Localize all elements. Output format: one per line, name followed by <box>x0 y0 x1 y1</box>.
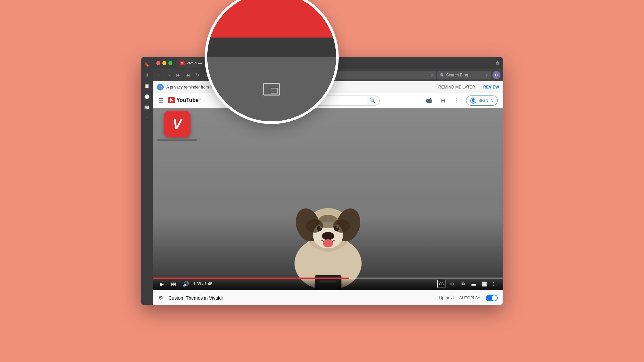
vivaldi-v-letter: V <box>173 117 182 132</box>
svg-point-5 <box>322 232 334 240</box>
browser-window: 🔖 ⬇ 📋 🕐 📰 + V Vivaldi — The browser tha … <box>141 57 503 305</box>
yt-logo[interactable]: YouTubeIS <box>168 97 202 103</box>
skip-next-button[interactable]: ⏭ <box>169 279 178 289</box>
yt-sign-in-button[interactable]: 👤 SIGN IN <box>466 96 498 106</box>
remind-later-button[interactable]: REMIND ME LATER <box>438 85 475 89</box>
current-time: 1:39 <box>193 282 201 286</box>
yt-search-button[interactable]: 🔍 <box>366 96 380 106</box>
time-display: 1:39 / 1:48 <box>193 282 212 286</box>
vivaldi-logo: V <box>164 111 191 137</box>
sidebar-add-icon[interactable]: + <box>142 113 152 123</box>
yt-right-icons: 📹 ⊞ ⋮ 👤 SIGN IN <box>424 96 498 106</box>
video-background: V <box>153 108 503 290</box>
sign-in-person-icon: 👤 <box>470 98 476 104</box>
search-dropdown-icon[interactable]: ▼ <box>485 73 488 77</box>
user-avatar[interactable]: U <box>492 71 500 79</box>
miniplayer-button[interactable]: ▬ <box>470 280 478 288</box>
reload-button[interactable]: ↻ <box>193 71 201 79</box>
skip-back-button[interactable]: ⏮ <box>184 71 192 79</box>
skip-forward-button[interactable]: ⏭ <box>174 71 182 79</box>
captions-button[interactable]: CC <box>437 280 445 288</box>
sign-in-label: SIGN IN <box>478 98 493 103</box>
close-button[interactable] <box>156 61 160 65</box>
autoplay-knob <box>492 295 497 301</box>
autoplay-toggle[interactable] <box>486 295 498 301</box>
yt-logo-icon <box>168 97 175 103</box>
fullscreen-button[interactable]: ⛶ <box>491 280 499 288</box>
yt-menu-button[interactable]: ☰ <box>158 97 164 104</box>
browser-main: V Vivaldi — The browser tha W Why... 🗑 ‹… <box>153 57 503 305</box>
search-icon: 🔍 <box>440 73 445 77</box>
sidebar: 🔖 ⬇ 📋 🕐 📰 + <box>141 57 153 305</box>
svg-point-13 <box>318 215 338 228</box>
video-controls: ▶ ⏭ 🔊 1:39 / 1:48 CC ⚙ ⧉ ▬ ⬜ ⛶ <box>153 278 503 290</box>
minimize-button[interactable] <box>162 61 166 65</box>
sidebar-notes-icon[interactable]: 📋 <box>142 81 152 90</box>
svg-point-10 <box>323 239 333 247</box>
progress-bar-container[interactable] <box>153 278 503 279</box>
pip-icon <box>263 83 280 96</box>
total-time: 1:48 <box>204 282 212 286</box>
below-video-bar: ⚙ Custom Themes in Vivaldi Up next AUTOP… <box>153 290 503 305</box>
yt-video-icon[interactable]: 📹 <box>424 96 434 106</box>
yt-logo-text: YouTubeIS <box>176 97 202 103</box>
vivaldi-shelf: V <box>157 111 197 141</box>
magnifier-red-section <box>207 0 336 38</box>
settings-gear-icon[interactable]: ⚙ <box>158 295 163 301</box>
yt-play-triangle <box>170 98 173 103</box>
yt-more-icon[interactable]: ⋮ <box>452 96 462 106</box>
volume-button[interactable]: 🔊 <box>181 279 191 289</box>
trash-icon[interactable]: 🗑 <box>495 61 500 66</box>
youtube-header: ☰ YouTubeIS 🔍 📹 ⊞ ⋮ 👤 <box>153 93 503 108</box>
autoplay-label: AUTOPLAY <box>459 296 480 300</box>
sidebar-download-icon[interactable]: ⬇ <box>142 70 152 80</box>
back-button[interactable]: ‹ <box>156 71 164 79</box>
dog-svg <box>281 176 375 290</box>
yt-apps-icon[interactable]: ⊞ <box>438 96 448 106</box>
yt-logo-superscript: IS <box>199 97 202 101</box>
search-magnifier-icon: 🔍 <box>369 97 376 104</box>
vivaldi-tab-favicon: V <box>180 61 184 65</box>
bookmark-icon[interactable]: ⊕ <box>430 73 433 77</box>
forward-button[interactable]: › <box>165 71 173 79</box>
traffic-lights <box>156 61 172 65</box>
up-next-label: Up next <box>439 295 454 300</box>
pip-button[interactable]: ⧉ <box>459 280 467 288</box>
search-bar[interactable]: 🔍 Search Bing ▼ <box>437 71 491 79</box>
sidebar-history-icon[interactable]: 🕐 <box>142 92 152 101</box>
shelf-line <box>157 139 197 141</box>
settings-button[interactable]: ⚙ <box>448 280 456 288</box>
sidebar-bookmark-icon[interactable]: 🔖 <box>142 60 152 69</box>
sidebar-readinglist-icon[interactable]: 📰 <box>142 103 152 112</box>
video-area[interactable]: V <box>153 108 503 290</box>
theater-button[interactable]: ⬜ <box>480 280 488 288</box>
dog-area <box>153 108 503 290</box>
privacy-shield-icon: 🛡 <box>157 84 164 90</box>
video-title: Custom Themes in Vivaldi <box>168 295 223 301</box>
up-next-area: Up next AUTOPLAY <box>439 295 498 301</box>
play-button[interactable]: ▶ <box>157 279 166 289</box>
review-button[interactable]: REVIEW <box>483 85 499 89</box>
search-placeholder: Search Bing <box>446 73 468 77</box>
magnifier-mid-section <box>207 38 336 57</box>
progress-bar-fill <box>153 278 349 279</box>
maximize-button[interactable] <box>168 61 172 65</box>
